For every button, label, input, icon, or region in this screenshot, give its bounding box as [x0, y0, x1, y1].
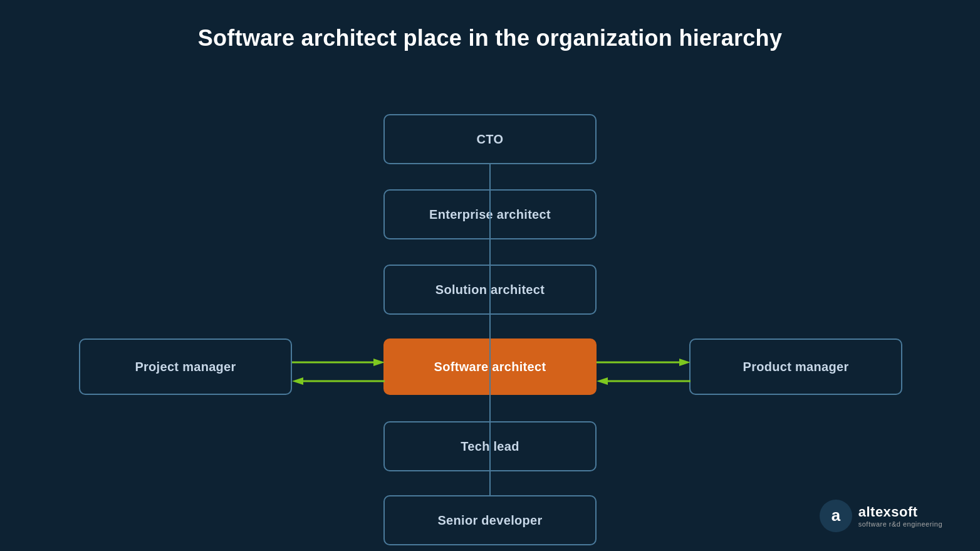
altexsoft-text: altexsoft software r&d engineering	[858, 504, 942, 528]
label-project-manager: Project manager	[135, 360, 236, 374]
svg-marker-8	[597, 377, 608, 385]
logo-subtitle: software r&d engineering	[858, 520, 942, 528]
diagram: CTO Enterprise architect Solution archit…	[0, 58, 980, 551]
node-project-manager: Project manager	[79, 338, 292, 395]
arrow-prodm-to-sa	[597, 376, 691, 395]
altexsoft-logo: a altexsoft software r&d engineering	[820, 500, 942, 532]
logo-name: altexsoft	[858, 504, 942, 520]
label-product-manager: Product manager	[743, 360, 849, 374]
altexsoft-icon: a	[820, 500, 852, 532]
svg-marker-2	[373, 359, 385, 366]
arrow-sa-to-pm	[292, 376, 385, 395]
arrow-sa-to-prodm	[597, 357, 691, 376]
page-title: Software architect place in the organiza…	[198, 25, 782, 51]
node-cto: CTO	[383, 114, 597, 164]
label-cto: CTO	[477, 132, 504, 147]
node-senior-developer: Senior developer	[383, 495, 597, 545]
arrow-pm-to-sa	[292, 357, 385, 376]
vertical-connector	[489, 164, 491, 495]
svg-marker-6	[679, 359, 691, 366]
label-senior-developer: Senior developer	[437, 513, 542, 528]
svg-text:a: a	[831, 506, 840, 525]
node-product-manager: Product manager	[689, 338, 902, 395]
svg-marker-4	[292, 377, 303, 385]
